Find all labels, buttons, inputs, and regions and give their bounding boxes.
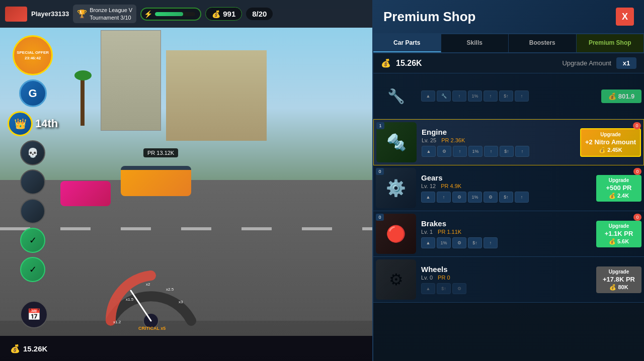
pr-display: PR 13.12K	[143, 148, 178, 157]
guild-icon[interactable]: G	[19, 79, 47, 107]
wheels-upgrade-button[interactable]: Upgrade +17.8K PR 💰 80K	[596, 266, 641, 293]
gears-action-4[interactable]: 1%	[468, 192, 482, 203]
rank-display: 👑 14th	[8, 111, 58, 136]
item-actions-partial: ▲ 🔧 ↑ 1% ↑ $↑ ↑	[421, 91, 596, 102]
wheels-action-3[interactable]: ⚙	[452, 283, 466, 294]
tab-boosters[interactable]: Boosters	[509, 34, 577, 52]
brakes-action-4[interactable]: $↑	[468, 237, 482, 248]
upgrade-amount-label: Upgrade Amount	[562, 59, 611, 67]
brakes-cost: 💰 5.6K	[609, 238, 629, 245]
wheels-actions: ▲ $↑ ⚙	[421, 283, 591, 294]
action-btn-up2[interactable]: ↑	[452, 91, 466, 102]
race-counter: 8/20	[246, 8, 273, 20]
gears-action-5[interactable]: ⚙	[484, 192, 498, 203]
shop-header: Premium Shop X	[373, 0, 644, 34]
player-name: Player33133	[31, 10, 69, 18]
speedometer: x1.2 x1.5 x2 x2.5 x3 CRITICAL x5	[101, 255, 201, 331]
shop-item-gears: 0 0 ⚙️ Gears Lv. 12 PR 4.9K ▲ ↑ ⚙ 1% ⚙ $…	[373, 165, 644, 211]
player-car-icon	[5, 7, 27, 22]
shop-items-list: 🔧 ▲ 🔧 ↑ 1% ↑ $↑ ↑ 💰 801.9 1 0 �	[373, 73, 644, 361]
wheels-action-2[interactable]: $↑	[437, 283, 451, 294]
action-btn-up3[interactable]: ↑	[484, 91, 498, 102]
engine-name: Engine	[422, 128, 575, 136]
brakes-action-5[interactable]: ↑	[484, 237, 498, 248]
gears-action-2[interactable]: ↑	[437, 192, 451, 203]
engine-action-1[interactable]: ▲	[422, 146, 436, 157]
brakes-stats: Lv. 1 PR 1.11K	[421, 229, 591, 235]
tab-premium-shop[interactable]: Premium Shop	[577, 34, 645, 52]
wheels-name: Wheels	[421, 265, 591, 274]
brakes-action-3[interactable]: ⚙	[452, 237, 466, 248]
engine-action-3[interactable]: ↑	[453, 146, 467, 157]
calendar-button[interactable]: 📅	[20, 301, 48, 328]
brakes-action-1[interactable]: ▲	[421, 237, 435, 248]
action-btn-check1[interactable]: ✓	[20, 228, 45, 253]
trophy-icon: 🏆	[77, 9, 87, 19]
gears-level-badge: 0	[376, 168, 384, 175]
item-cost-partial[interactable]: 💰 801.9	[601, 89, 641, 103]
svg-text:x2.5: x2.5	[166, 287, 174, 292]
shop-item-partial: 🔧 ▲ 🔧 ↑ 1% ↑ $↑ ↑ 💰 801.9	[373, 73, 644, 119]
shop-coin-icon: 💰	[381, 58, 391, 68]
bottom-currency-amount: 15.26K	[23, 344, 47, 353]
engine-actions: ▲ ⚙ ↑ 1% ↑ $↑ ↑	[422, 146, 575, 157]
gears-action-6[interactable]: $↑	[499, 192, 513, 203]
gears-action-3[interactable]: ⚙	[452, 192, 466, 203]
skull-button[interactable]: 💀	[20, 140, 45, 165]
gears-notification: 0	[633, 168, 641, 175]
league-badge[interactable]: 🏆 Bronze League V Tournament 3/10	[73, 5, 136, 23]
wheels-action-1[interactable]: ▲	[421, 283, 435, 294]
svg-text:x2: x2	[146, 282, 150, 287]
engine-action-6[interactable]: $↑	[500, 146, 514, 157]
energy-bar-track	[155, 12, 195, 16]
shop-item-wheels: ⚙ Wheels Lv. 0 PR 0 ▲ $↑ ⚙ Upgrade +17.8…	[373, 257, 644, 303]
tab-skills[interactable]: Skills	[441, 34, 509, 52]
brakes-actions: ▲ 1% ⚙ $↑ ↑	[421, 237, 591, 248]
special-offer-badge[interactable]: SPECIAL OFFER 23:46:42	[13, 35, 53, 75]
gears-stats: Lv. 12 PR 4.9K	[421, 183, 591, 189]
engine-upgrade-button[interactable]: Upgrade +2 Nitro Amount 💰 2.45K	[580, 128, 641, 157]
engine-action-7[interactable]: ↑	[515, 146, 529, 157]
bottom-currency: 💰 15.26K	[10, 344, 47, 353]
svg-text:x1.2: x1.2	[113, 320, 121, 324]
gears-action-7[interactable]: ↑	[515, 192, 529, 203]
action-btn-arrow-up[interactable]: ▲	[421, 91, 435, 102]
brakes-action-2[interactable]: 1%	[437, 237, 451, 248]
action-btn-dollar[interactable]: $↑	[499, 91, 513, 102]
tab-car-parts[interactable]: Car Parts	[373, 34, 441, 52]
league-text: Bronze League V Tournament 3/10	[90, 7, 132, 21]
coin-icon: 💰	[212, 10, 220, 18]
gears-upgrade-button[interactable]: Upgrade +500 PR 💰 2.4K	[596, 175, 641, 202]
wheels-info: Wheels Lv. 0 PR 0 ▲ $↑ ⚙	[419, 261, 594, 298]
shop-balance: 15.26K	[396, 59, 422, 68]
currency-amount: 991	[223, 10, 235, 18]
engine-action-2[interactable]: ⚙	[437, 146, 451, 157]
player-car	[121, 166, 191, 196]
brakes-notification: 0	[633, 214, 641, 221]
shop-currency-row: 💰 15.26K Upgrade Amount x1	[373, 53, 644, 73]
engine-action-4[interactable]: 1%	[468, 146, 482, 157]
action-btn-up4[interactable]: ↑	[515, 91, 529, 102]
gears-action-1[interactable]: ▲	[421, 192, 435, 203]
shop-panel: Premium Shop X Car Parts Skills Boosters…	[372, 0, 644, 361]
action-btn-2[interactable]	[20, 199, 45, 224]
brakes-info: Brakes Lv. 1 PR 1.11K ▲ 1% ⚙ $↑ ↑	[419, 215, 594, 252]
shop-title: Premium Shop	[383, 9, 475, 25]
action-btn-wrench[interactable]: 🔧	[437, 91, 451, 102]
gears-actions: ▲ ↑ ⚙ 1% ⚙ $↑ ↑	[421, 192, 591, 203]
crown-badge: 👑	[8, 111, 33, 136]
action-btn-1[interactable]	[20, 169, 45, 195]
wheels-image: ⚙	[376, 259, 416, 300]
action-btn-pct[interactable]: 1%	[468, 91, 482, 102]
shop-close-button[interactable]: X	[616, 8, 634, 26]
action-btn-check2[interactable]: ✓	[20, 257, 45, 282]
upgrade-amount-box[interactable]: x1	[616, 57, 636, 69]
energy-bar: ⚡	[140, 8, 201, 21]
svg-text:x3: x3	[179, 300, 183, 304]
engine-notification: 0	[633, 122, 641, 129]
engine-action-5[interactable]: ↑	[484, 146, 498, 157]
currency-display[interactable]: 💰 991	[205, 7, 242, 21]
brakes-upgrade-button[interactable]: Upgrade +1.1K PR 💰 5.6K	[596, 221, 641, 247]
race-count: 8/20	[252, 10, 267, 18]
lightning-icon: ⚡	[144, 10, 152, 18]
